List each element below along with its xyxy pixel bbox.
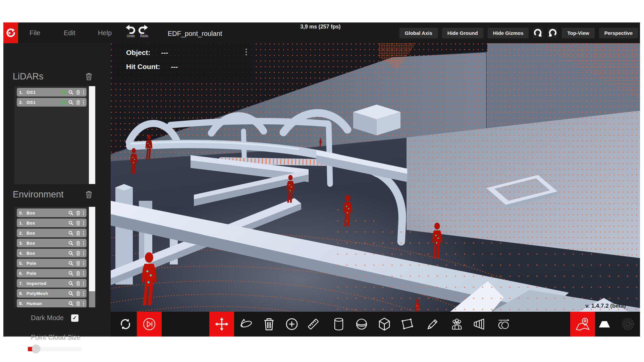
power-icon[interactable] bbox=[61, 90, 66, 95]
kebab-menu-icon[interactable] bbox=[83, 301, 84, 306]
rotate-ccw-button[interactable] bbox=[547, 28, 557, 38]
lidar-item[interactable]: 2. OS1 bbox=[17, 98, 87, 107]
environment-item[interactable]: 0. Box bbox=[17, 208, 87, 217]
menu-help[interactable]: Help bbox=[98, 22, 112, 43]
trash-icon[interactable] bbox=[76, 231, 80, 236]
delete-button[interactable] bbox=[262, 317, 276, 331]
environment-item[interactable]: 9. Human bbox=[17, 299, 87, 307]
search-icon[interactable] bbox=[68, 90, 73, 95]
kebab-menu-icon[interactable] bbox=[83, 261, 84, 266]
search-icon[interactable] bbox=[68, 301, 73, 306]
search-icon[interactable] bbox=[68, 210, 73, 216]
trash-icon[interactable] bbox=[76, 251, 80, 256]
menu-file[interactable]: File bbox=[30, 22, 40, 43]
minimap-button[interactable] bbox=[570, 312, 595, 337]
version-label: v. 1.4.7.2 (beta) bbox=[585, 303, 626, 309]
hit-count-label: Hit Count: bbox=[126, 63, 160, 71]
hide-gizmos-button[interactable]: Hide Gizmos bbox=[488, 28, 529, 38]
search-icon[interactable] bbox=[68, 281, 73, 286]
polygon-button[interactable] bbox=[400, 317, 414, 331]
environment-item[interactable]: 5. Pole bbox=[17, 259, 87, 267]
environment-item[interactable]: 3. Box bbox=[17, 239, 87, 247]
undo-button[interactable]: Undo bbox=[125, 24, 137, 38]
add-button[interactable] bbox=[285, 317, 299, 331]
environment-item[interactable]: 4. Box bbox=[17, 249, 87, 257]
move-button[interactable] bbox=[209, 312, 234, 337]
spiral-button[interactable] bbox=[621, 317, 635, 331]
kebab-menu-icon[interactable] bbox=[83, 210, 84, 216]
hide-ground-button[interactable]: Hide Ground bbox=[442, 28, 483, 38]
kebab-menu-icon[interactable] bbox=[83, 231, 84, 236]
power-icon[interactable] bbox=[61, 100, 66, 105]
search-icon[interactable] bbox=[68, 261, 73, 266]
play-pause-button[interactable] bbox=[137, 312, 162, 337]
app-logo[interactable] bbox=[3, 22, 18, 43]
lidars-clear-trash-icon[interactable] bbox=[85, 72, 93, 80]
kebab-menu-icon[interactable] bbox=[83, 100, 84, 105]
environment-item[interactable]: 8. PolyMesh bbox=[17, 289, 87, 298]
search-icon[interactable] bbox=[68, 251, 73, 256]
crowd-button[interactable] bbox=[450, 317, 464, 331]
env-item-index: 6. bbox=[19, 271, 26, 276]
menu-edit[interactable]: Edit bbox=[64, 22, 75, 43]
kebab-menu-icon[interactable] bbox=[83, 281, 84, 286]
trash-icon[interactable] bbox=[76, 271, 80, 276]
lidar-item[interactable]: 1. OS1 bbox=[17, 88, 87, 97]
trash-icon[interactable] bbox=[76, 291, 80, 296]
trash-icon[interactable] bbox=[76, 210, 80, 216]
dark-mode-label: Dark Mode bbox=[31, 314, 64, 322]
search-icon[interactable] bbox=[68, 291, 73, 296]
kebab-menu-icon[interactable] bbox=[83, 251, 84, 256]
environment-item[interactable]: 1. Box bbox=[17, 219, 87, 227]
frustum-icon bbox=[472, 317, 486, 331]
frustum-button[interactable] bbox=[472, 317, 486, 331]
viewport-3d[interactable]: Object: --- Hit Count: --- v. 1.4.7.2 (b… bbox=[111, 43, 640, 312]
sphere-button[interactable] bbox=[355, 317, 368, 331]
top-bar: File Edit Help Undo Redo EDF_pont_roulan… bbox=[3, 22, 640, 43]
orbit-button[interactable] bbox=[239, 317, 253, 331]
slider-thumb[interactable] bbox=[32, 345, 40, 353]
trash-icon[interactable] bbox=[76, 261, 80, 266]
lidars-scrollbar[interactable] bbox=[89, 86, 95, 184]
motion-trail-button[interactable] bbox=[496, 317, 510, 331]
kebab-menu-icon[interactable] bbox=[83, 221, 84, 226]
environment-item[interactable]: 2. Box bbox=[17, 229, 87, 237]
environment-item[interactable]: 7. Imported bbox=[17, 279, 87, 288]
env-item-name: Pole bbox=[26, 271, 66, 276]
search-icon[interactable] bbox=[68, 241, 73, 246]
overlay-kebab-menu-icon[interactable] bbox=[246, 49, 247, 55]
environment-clear-trash-icon[interactable] bbox=[85, 190, 93, 198]
search-icon[interactable] bbox=[68, 100, 73, 105]
environment-item[interactable]: 6. Pole bbox=[17, 269, 87, 278]
dark-mode-checkbox[interactable]: ✓ bbox=[71, 314, 78, 322]
cube-button[interactable] bbox=[378, 317, 391, 331]
search-icon[interactable] bbox=[68, 221, 73, 226]
env-item-name: PolyMesh bbox=[26, 291, 66, 296]
global-axis-button[interactable]: Global Axis bbox=[399, 28, 438, 38]
trash-icon[interactable] bbox=[76, 241, 80, 246]
kebab-menu-icon[interactable] bbox=[83, 90, 84, 95]
top-view-button[interactable]: Top-View bbox=[562, 28, 594, 38]
kebab-menu-icon[interactable] bbox=[83, 291, 84, 296]
redo-button[interactable]: Redo bbox=[138, 24, 150, 38]
ruler-button[interactable] bbox=[307, 317, 320, 331]
cylinder-button[interactable] bbox=[332, 317, 345, 331]
kebab-menu-icon[interactable] bbox=[83, 241, 84, 246]
search-icon[interactable] bbox=[68, 271, 73, 276]
env-item-name: Box bbox=[26, 210, 66, 216]
trash-icon[interactable] bbox=[76, 281, 80, 286]
trash-icon[interactable] bbox=[76, 221, 80, 226]
sync-button[interactable] bbox=[119, 317, 132, 331]
search-icon[interactable] bbox=[68, 231, 73, 236]
kebab-menu-icon[interactable] bbox=[83, 271, 84, 276]
environment-scrollbar[interactable] bbox=[89, 207, 95, 307]
trapezoid-button[interactable] bbox=[598, 317, 611, 331]
perspective-button[interactable]: Perspective bbox=[599, 28, 638, 38]
trapezoid-icon bbox=[598, 317, 611, 331]
draw-button[interactable] bbox=[426, 317, 439, 331]
point-cloud-size-slider[interactable] bbox=[28, 345, 82, 353]
trash-icon[interactable] bbox=[76, 301, 80, 306]
rotate-cw-button[interactable] bbox=[533, 28, 543, 38]
trash-icon[interactable] bbox=[76, 90, 80, 95]
trash-icon[interactable] bbox=[76, 100, 80, 105]
